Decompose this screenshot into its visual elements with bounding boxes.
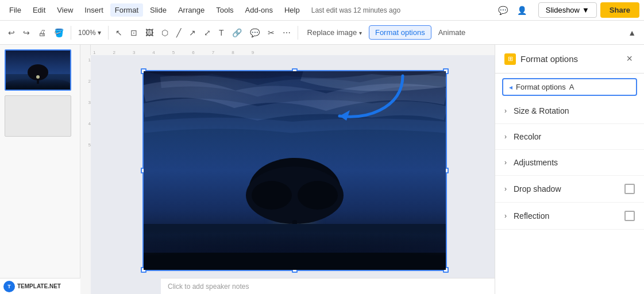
slide-canvas: [94, 59, 495, 283]
panel-section-recolor[interactable]: › Recolor: [495, 124, 644, 150]
menu-arrange[interactable]: Arrange: [173, 3, 209, 17]
toolbar-separator-3: [298, 26, 298, 40]
reflection-label: Reflection: [514, 211, 624, 220]
size-chevron-icon: ›: [504, 107, 507, 115]
format-options-toolbar-label: Format options: [375, 28, 425, 37]
ruler-vertical: 1 2 3 4 5: [80, 45, 91, 294]
format-panel-close[interactable]: ×: [624, 52, 635, 66]
format-panel-header: ⊞ Format options ×: [495, 45, 644, 74]
template-bar: T TEMPLATE.NET: [0, 278, 80, 294]
top-right-buttons: 💬 👤 Slideshow ▼ Share: [495, 2, 639, 18]
select-tool[interactable]: ↖: [112, 26, 126, 40]
comments-icon[interactable]: 💬: [495, 3, 511, 17]
slideshow-button[interactable]: Slideshow ▼: [538, 2, 597, 18]
recolor-chevron-icon: ›: [504, 133, 507, 141]
svg-point-7: [298, 181, 338, 210]
template-name: TEMPLATE.NET: [17, 283, 61, 289]
notes-bar[interactable]: Click to add speaker notes: [161, 278, 495, 294]
share-label: Share: [610, 6, 630, 14]
panel-section-reflection[interactable]: › Reflection: [495, 203, 644, 230]
template-logo: T: [3, 281, 15, 292]
format-panel-title-text: Format options: [520, 54, 578, 64]
print-button[interactable]: 🖨: [34, 26, 49, 40]
water-reflection: [144, 230, 446, 253]
format-panel: ⊞ Format options × ◂ Format options A › …: [495, 45, 644, 294]
panel-icon: ⊞: [504, 53, 516, 65]
view-button[interactable]: ⊡: [127, 26, 141, 40]
slide-thumb-2[interactable]: [5, 95, 71, 137]
badge-text: Format options: [516, 83, 566, 91]
canvas-area: 1 2 3 4 5 6 7 8 9 1 2 3 4 5: [80, 45, 495, 294]
format-options-toolbar-button[interactable]: Format options: [369, 25, 431, 40]
nav-icons: 💬 👤: [495, 3, 530, 17]
link-button[interactable]: 🔗: [229, 26, 245, 40]
menu-file[interactable]: File: [5, 3, 26, 17]
slideshow-label: Slideshow: [546, 6, 580, 14]
menu-addons[interactable]: Add-ons: [241, 3, 277, 17]
toolbar-separator-1: [71, 26, 71, 40]
ruler-h-inner: 1 2 3 4 5 6 7 8 9: [91, 45, 495, 55]
reflection-chevron-icon: ›: [504, 212, 507, 220]
ruler-horizontal: 1 2 3 4 5 6 7 8 9: [80, 45, 495, 55]
size-label: Size & Rotation: [514, 106, 635, 115]
badge-arrow-icon: ◂: [509, 83, 512, 91]
animate-button[interactable]: Animate: [433, 26, 472, 39]
slides-panel: T TEMPLATE.NET: [0, 45, 80, 294]
reflection-checkbox[interactable]: [624, 211, 635, 221]
slide-thumb-1[interactable]: [5, 49, 71, 91]
menu-format[interactable]: Format: [110, 3, 143, 17]
toolbar: ↩ ↪ 🖨 🪣 100% ▾ ↖ ⊡ 🖼 ⬡ ╱ ↗ ⤢ T 🔗 💬 ✂ ⋯ R…: [0, 21, 644, 45]
menu-help[interactable]: Help: [280, 3, 304, 17]
menu-bar: File Edit View Insert Format Slide Arran…: [0, 0, 644, 21]
panel-section-adjustments[interactable]: › Adjustments: [495, 150, 644, 176]
comment-button[interactable]: 💬: [246, 26, 263, 40]
animate-label: Animate: [438, 28, 466, 37]
redo-button[interactable]: ↪: [20, 26, 33, 40]
trim-button[interactable]: ✂: [264, 26, 278, 40]
toolbar-separator-2: [108, 26, 109, 40]
slideshow-caret: ▼: [582, 6, 589, 14]
menu-view[interactable]: View: [52, 3, 78, 17]
adjustments-chevron-icon: ›: [504, 158, 507, 167]
connector-button[interactable]: ⤢: [200, 26, 214, 40]
panel-section-dropshadow[interactable]: › Drop shadow: [495, 176, 644, 203]
badge-letter: A: [569, 83, 574, 91]
collapse-button[interactable]: ▲: [624, 26, 639, 40]
ruler-v-inner: 1 2 3 4 5: [80, 55, 91, 294]
replace-image-label: Replace image: [307, 28, 357, 37]
notes-placeholder: Click to add speaker notes: [168, 283, 249, 291]
replace-image-caret: ▾: [359, 30, 362, 36]
adjustments-label: Adjustments: [514, 158, 635, 167]
share-button[interactable]: Share: [600, 2, 639, 18]
image-button[interactable]: 🖼: [142, 26, 157, 40]
menu-insert[interactable]: Insert: [80, 3, 108, 17]
panel-icon-label: ⊞: [508, 55, 513, 63]
undo-button[interactable]: ↩: [5, 26, 18, 40]
format-options-badge: ◂ Format options A: [502, 78, 637, 96]
svg-point-6: [252, 181, 292, 210]
dropshadow-checkbox[interactable]: [624, 184, 635, 194]
menu-slide[interactable]: Slide: [145, 3, 171, 17]
format-panel-title: ⊞ Format options: [504, 53, 578, 65]
dropshadow-chevron-icon: ›: [504, 185, 507, 193]
text-button[interactable]: T: [215, 26, 227, 40]
arrow-button[interactable]: ↗: [186, 26, 199, 40]
dropshadow-label: Drop shadow: [514, 184, 624, 194]
paint-format-button[interactable]: 🪣: [51, 26, 67, 40]
share-icon[interactable]: 👤: [514, 3, 530, 17]
shapes-button[interactable]: ⬡: [158, 26, 172, 40]
panel-section-size[interactable]: › Size & Rotation: [495, 98, 644, 124]
recolor-label: Recolor: [514, 132, 635, 141]
menu-edit[interactable]: Edit: [28, 3, 50, 17]
last-edit-text: Last edit was 12 minutes ago: [311, 6, 400, 14]
slide-image: [144, 71, 446, 270]
replace-image-button[interactable]: Replace image ▾: [302, 26, 368, 39]
more-button[interactable]: ⋯: [279, 26, 294, 40]
slide-image-container[interactable]: [142, 70, 447, 271]
line-button[interactable]: ╱: [173, 26, 184, 40]
menu-tools[interactable]: Tools: [211, 3, 238, 17]
zoom-button[interactable]: 100% ▾: [75, 26, 105, 39]
main-layout: T TEMPLATE.NET 1 2 3 4 5 6 7 8 9 1 2: [0, 45, 644, 294]
